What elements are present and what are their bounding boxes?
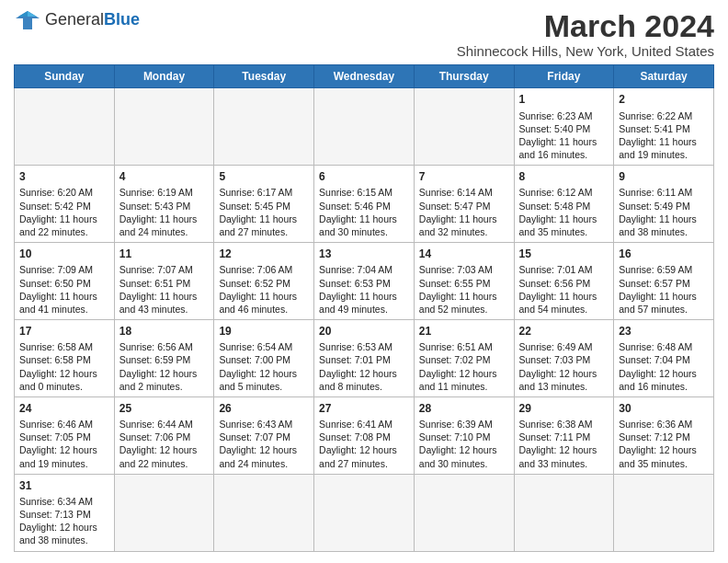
day-number: 29	[519, 401, 609, 416]
calendar-cell: 5Sunrise: 6:17 AM Sunset: 5:45 PM Daylig…	[214, 166, 314, 243]
calendar-cell	[214, 88, 314, 166]
calendar-cell: 17Sunrise: 6:58 AM Sunset: 6:58 PM Dayli…	[15, 320, 115, 397]
day-number: 15	[519, 247, 609, 261]
weekday-header: Sunday	[15, 65, 115, 88]
day-number: 30	[619, 401, 709, 416]
day-number: 24	[19, 401, 109, 416]
day-info: Sunrise: 7:03 AM Sunset: 6:55 PM Dayligh…	[419, 263, 509, 316]
day-number: 27	[319, 401, 409, 416]
day-number: 9	[619, 169, 709, 184]
calendar-cell	[414, 474, 514, 551]
day-number: 16	[619, 247, 709, 261]
calendar-cell	[314, 88, 415, 166]
day-info: Sunrise: 6:22 AM Sunset: 5:41 PM Dayligh…	[619, 109, 709, 162]
calendar-cell: 2Sunrise: 6:22 AM Sunset: 5:41 PM Daylig…	[614, 88, 714, 166]
calendar-week-row: 24Sunrise: 6:46 AM Sunset: 7:05 PM Dayli…	[15, 396, 714, 474]
calendar-cell: 26Sunrise: 6:43 AM Sunset: 7:07 PM Dayli…	[214, 396, 314, 474]
calendar-cell	[114, 474, 214, 551]
calendar-table: SundayMondayTuesdayWednesdayThursdayFrid…	[14, 64, 714, 551]
day-info: Sunrise: 6:17 AM Sunset: 5:45 PM Dayligh…	[219, 186, 309, 238]
day-info: Sunrise: 6:14 AM Sunset: 5:47 PM Dayligh…	[419, 186, 509, 238]
day-info: Sunrise: 6:36 AM Sunset: 7:12 PM Dayligh…	[619, 418, 709, 470]
day-info: Sunrise: 6:54 AM Sunset: 7:00 PM Dayligh…	[219, 340, 309, 393]
day-info: Sunrise: 7:09 AM Sunset: 6:50 PM Dayligh…	[19, 263, 109, 316]
calendar-cell: 7Sunrise: 6:14 AM Sunset: 5:47 PM Daylig…	[414, 166, 514, 243]
weekday-header: Monday	[114, 65, 214, 88]
calendar-cell: 16Sunrise: 6:59 AM Sunset: 6:57 PM Dayli…	[614, 243, 714, 320]
calendar-cell: 14Sunrise: 7:03 AM Sunset: 6:55 PM Dayli…	[414, 243, 514, 320]
calendar-cell: 28Sunrise: 6:39 AM Sunset: 7:10 PM Dayli…	[414, 396, 514, 474]
calendar-cell: 12Sunrise: 7:06 AM Sunset: 6:52 PM Dayli…	[214, 243, 314, 320]
calendar-cell: 3Sunrise: 6:20 AM Sunset: 5:42 PM Daylig…	[15, 166, 115, 243]
day-info: Sunrise: 6:59 AM Sunset: 6:57 PM Dayligh…	[619, 263, 709, 316]
day-number: 8	[519, 169, 609, 184]
calendar-cell: 1Sunrise: 6:23 AM Sunset: 5:40 PM Daylig…	[514, 88, 614, 166]
day-info: Sunrise: 6:38 AM Sunset: 7:11 PM Dayligh…	[519, 418, 609, 470]
calendar-cell: 30Sunrise: 6:36 AM Sunset: 7:12 PM Dayli…	[614, 396, 714, 474]
day-info: Sunrise: 6:46 AM Sunset: 7:05 PM Dayligh…	[19, 418, 109, 470]
day-number: 12	[219, 247, 309, 261]
calendar-cell: 13Sunrise: 7:04 AM Sunset: 6:53 PM Dayli…	[314, 243, 415, 320]
day-info: Sunrise: 6:56 AM Sunset: 6:59 PM Dayligh…	[119, 340, 210, 393]
day-number: 19	[219, 324, 309, 339]
calendar-cell: 25Sunrise: 6:44 AM Sunset: 7:06 PM Dayli…	[114, 396, 214, 474]
day-info: Sunrise: 7:07 AM Sunset: 6:51 PM Dayligh…	[119, 263, 210, 316]
day-number: 14	[419, 247, 509, 261]
day-number: 31	[19, 478, 109, 493]
day-number: 21	[419, 324, 509, 339]
calendar-cell: 19Sunrise: 6:54 AM Sunset: 7:00 PM Dayli…	[214, 320, 314, 397]
day-info: Sunrise: 6:19 AM Sunset: 5:43 PM Dayligh…	[119, 186, 210, 238]
calendar-cell	[114, 88, 214, 166]
day-info: Sunrise: 6:43 AM Sunset: 7:07 PM Dayligh…	[219, 418, 309, 470]
calendar-cell: 6Sunrise: 6:15 AM Sunset: 5:46 PM Daylig…	[314, 166, 415, 243]
day-number: 23	[619, 324, 709, 339]
day-info: Sunrise: 6:20 AM Sunset: 5:42 PM Dayligh…	[19, 186, 109, 238]
calendar-cell: 10Sunrise: 7:09 AM Sunset: 6:50 PM Dayli…	[15, 243, 115, 320]
day-number: 7	[419, 169, 509, 184]
day-number: 25	[119, 401, 210, 416]
weekday-header: Thursday	[414, 65, 514, 88]
calendar-cell: 8Sunrise: 6:12 AM Sunset: 5:48 PM Daylig…	[514, 166, 614, 243]
logo: GeneralBlue	[14, 9, 140, 31]
calendar-cell: 11Sunrise: 7:07 AM Sunset: 6:51 PM Dayli…	[114, 243, 214, 320]
calendar-week-row: 3Sunrise: 6:20 AM Sunset: 5:42 PM Daylig…	[15, 166, 714, 243]
day-info: Sunrise: 6:48 AM Sunset: 7:04 PM Dayligh…	[619, 340, 709, 393]
location-title: Shinnecock Hills, New York, United State…	[457, 43, 714, 59]
calendar-week-row: 1Sunrise: 6:23 AM Sunset: 5:40 PM Daylig…	[15, 88, 714, 166]
day-number: 26	[219, 401, 309, 416]
day-info: Sunrise: 6:41 AM Sunset: 7:08 PM Dayligh…	[319, 418, 409, 470]
logo-text: GeneralBlue	[45, 11, 140, 29]
day-info: Sunrise: 6:34 AM Sunset: 7:13 PM Dayligh…	[19, 495, 109, 547]
calendar-cell: 15Sunrise: 7:01 AM Sunset: 6:56 PM Dayli…	[514, 243, 614, 320]
weekday-header: Wednesday	[314, 65, 415, 88]
day-number: 3	[19, 169, 109, 184]
day-info: Sunrise: 6:39 AM Sunset: 7:10 PM Dayligh…	[419, 418, 509, 470]
day-number: 6	[319, 169, 409, 184]
calendar-cell: 21Sunrise: 6:51 AM Sunset: 7:02 PM Dayli…	[414, 320, 514, 397]
day-info: Sunrise: 6:11 AM Sunset: 5:49 PM Dayligh…	[619, 186, 709, 238]
month-title: March 2024	[457, 9, 714, 43]
logo-bird-icon	[14, 9, 41, 31]
calendar-cell	[414, 88, 514, 166]
day-info: Sunrise: 6:23 AM Sunset: 5:40 PM Dayligh…	[519, 109, 609, 162]
calendar-cell	[614, 474, 714, 551]
day-number: 2	[619, 92, 709, 107]
day-info: Sunrise: 7:01 AM Sunset: 6:56 PM Dayligh…	[519, 263, 609, 316]
svg-marker-2	[18, 11, 28, 17]
calendar-cell: 27Sunrise: 6:41 AM Sunset: 7:08 PM Dayli…	[314, 396, 415, 474]
day-number: 13	[319, 247, 409, 261]
day-number: 10	[19, 247, 109, 261]
calendar-cell: 18Sunrise: 6:56 AM Sunset: 6:59 PM Dayli…	[114, 320, 214, 397]
day-number: 5	[219, 169, 309, 184]
calendar-cell: 9Sunrise: 6:11 AM Sunset: 5:49 PM Daylig…	[614, 166, 714, 243]
calendar-week-row: 17Sunrise: 6:58 AM Sunset: 6:58 PM Dayli…	[15, 320, 714, 397]
calendar-cell	[15, 88, 115, 166]
day-number: 20	[319, 324, 409, 339]
day-info: Sunrise: 6:44 AM Sunset: 7:06 PM Dayligh…	[119, 418, 210, 470]
weekday-header-row: SundayMondayTuesdayWednesdayThursdayFrid…	[15, 65, 714, 88]
day-info: Sunrise: 7:06 AM Sunset: 6:52 PM Dayligh…	[219, 263, 309, 316]
weekday-header: Saturday	[614, 65, 714, 88]
calendar-cell: 20Sunrise: 6:53 AM Sunset: 7:01 PM Dayli…	[314, 320, 415, 397]
svg-marker-1	[28, 11, 37, 17]
calendar-cell: 29Sunrise: 6:38 AM Sunset: 7:11 PM Dayli…	[514, 396, 614, 474]
